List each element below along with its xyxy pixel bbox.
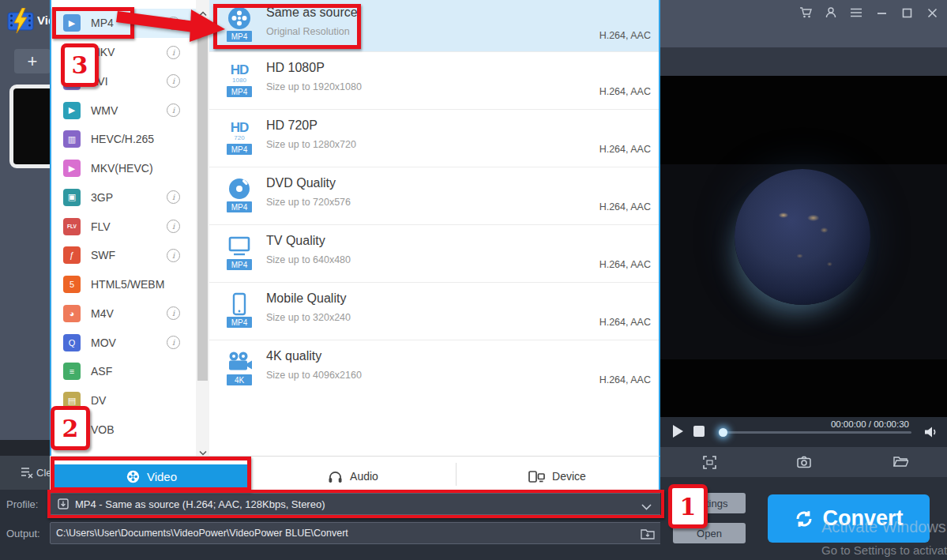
app-window: VideoPower + Clear [0,0,947,560]
format-badge: MP4 [227,144,252,155]
preset-dvd-quality[interactable]: MP4DVD QualitySize up to 720x576H.264, A… [209,167,659,224]
hd-icon: HD720MP4 [224,118,255,167]
annotation-step-2-badge: 2 [51,406,90,450]
app-logo-icon [6,8,35,38]
preset-4k-quality[interactable]: 4K4K qualitySize up to 4096x2160H.264, A… [209,340,659,397]
mov-format-icon: Q [63,334,81,351]
format-label: HEVC/H.265 [91,133,154,145]
format-label: WMV [91,104,118,117]
video-preview [660,76,947,417]
user-icon[interactable] [824,6,838,20]
format-label: DV [91,394,106,407]
sidebar-item-hevc-h-265[interactable]: ▥HEVC/H.265 [51,125,196,154]
flv-format-icon: FLV [63,218,81,235]
annotation-box-profile [47,490,664,518]
seek-handle[interactable] [719,428,727,437]
output-path-value: C:\Users\User\Documents\VideoPower\Video… [56,528,348,539]
menu-icon[interactable] [849,6,863,20]
preset-title: Mobile Quality [266,291,351,306]
snapshot-camera-icon[interactable] [797,456,811,472]
add-file-button[interactable]: + [14,49,51,73]
preset-codec: H.264, AAC [599,374,651,385]
right-toolbar-strip [660,47,947,76]
phone-icon: MP4 [224,291,255,340]
preset-subtitle: Size up to 320x240 [266,312,351,323]
sidebar-item-asf[interactable]: ≡ASF [51,357,196,386]
format-label: SWF [91,249,115,261]
open-folder-icon[interactable] [893,456,908,471]
mkv-hevc-format-icon: ▶ [63,160,81,177]
annotation-box-video-tab [51,457,251,491]
annotation-arrow [112,5,227,46]
format-label: VOB [91,423,115,436]
format-label: M4V [91,307,114,320]
sidebar-item-mov[interactable]: QMOVi [51,328,196,357]
tab-device[interactable]: Device [456,464,659,488]
info-icon[interactable]: i [167,220,180,233]
asf-format-icon: ≡ [63,363,81,380]
scrollbar-thumb[interactable] [197,27,208,381]
sidebar-item-3gp[interactable]: ▣3GPi [51,183,196,212]
format-label: ASF [91,365,112,378]
clear-label[interactable]: Clear [36,467,50,479]
format-label: HTML5/WEBM [91,278,164,291]
preset-mobile-quality[interactable]: MP4Mobile QualitySize up to 320x240H.264… [209,282,659,340]
info-icon[interactable]: i [167,190,180,204]
sidebar-item-flv[interactable]: FLVFLVi [51,212,196,241]
info-icon[interactable]: i [167,249,180,262]
preview-tools [660,447,947,477]
clear-toolbar: Clear [0,456,50,490]
tab-audio[interactable]: Audio [250,464,456,488]
browse-folder-icon[interactable] [641,528,655,542]
sidebar-item-m4v[interactable]: ◕M4Vi [51,299,196,329]
info-icon[interactable]: i [167,46,180,59]
volume-icon[interactable] [923,426,938,442]
preset-title: HD 720P [266,118,356,133]
stop-button-icon[interactable] [693,426,705,437]
format-badge: MP4 [227,201,252,212]
maximize-icon[interactable] [900,6,914,20]
preset-title: DVD Quality [266,176,351,190]
info-icon[interactable]: i [167,306,180,320]
format-badge: MP4 [227,317,252,328]
close-icon[interactable] [925,6,939,20]
format-label: MOV [91,336,116,349]
format-badge: MP4 [227,259,252,270]
headphones-icon [328,470,343,483]
preset-subtitle: Size up to 720x576 [266,197,351,208]
preset-hd-720p[interactable]: HD720MP4HD 720PSize up to 1280x720H.264,… [209,109,659,167]
sidebar-item-html5-webm[interactable]: 5HTML5/WEBM [51,270,196,299]
info-icon[interactable]: i [167,103,180,117]
preset-codec: H.264, AAC [599,30,651,41]
preset-flyout: MP4Same as sourceOriginal ResolutionH.26… [209,0,660,456]
output-label: Output: [6,528,40,539]
output-path-field[interactable]: C:\Users\User\Documents\VideoPower\Video… [50,522,662,544]
tv-icon: MP4 [224,233,255,282]
profile-label: Profile: [6,498,38,510]
minimize-icon[interactable] [874,6,889,20]
info-icon[interactable]: i [167,74,180,88]
hd-icon: HD1080MP4 [224,60,255,109]
disc-icon: MP4 [224,175,255,224]
3gp-format-icon: ▣ [63,189,81,206]
format-badge: MP4 [227,86,252,97]
seek-slider[interactable] [720,431,911,434]
fullscreen-icon[interactable] [703,456,716,472]
sidebar-item-swf[interactable]: ƒSWFi [51,241,196,270]
sidebar-item-wmv[interactable]: ▶WMVi [51,96,196,125]
preset-codec: H.264, AAC [599,259,651,270]
clear-list-icon[interactable] [21,467,34,482]
sidebar-item-mkv-hevc[interactable]: ▶MKV(HEVC) [51,154,196,183]
info-icon[interactable]: i [167,336,180,349]
format-label: MKV(HEVC) [91,162,153,175]
preset-codec: H.264, AAC [599,86,651,97]
preset-tv-quality[interactable]: MP4TV QualitySize up to 640x480H.264, AA… [209,224,659,282]
preset-hd-1080p[interactable]: HD1080MP4HD 1080PSize up to 1920x1080H.2… [209,51,659,109]
preset-subtitle: Size up to 1280x720 [266,139,356,150]
cart-icon[interactable] [799,6,813,20]
preset-title: HD 1080P [266,61,362,75]
scrollbar[interactable] [196,0,209,456]
wmv-format-icon: ▶ [63,102,81,119]
earth-video-frame [735,169,870,305]
play-button-icon[interactable] [673,425,683,438]
